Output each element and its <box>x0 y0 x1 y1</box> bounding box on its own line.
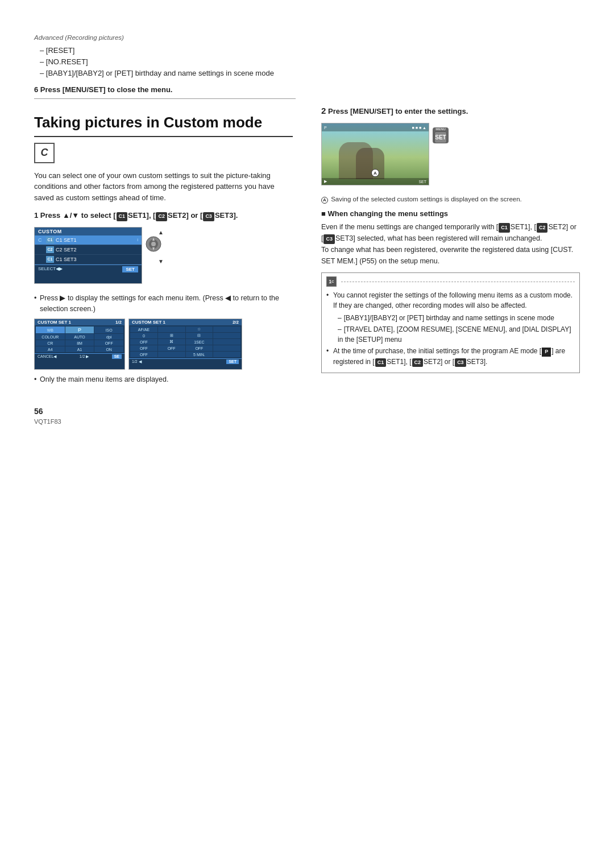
c-icon: C <box>34 143 55 163</box>
bullet-noreset: – [NO.RESET] <box>40 57 296 67</box>
set1-cancel: CANCEL◀ <box>38 354 56 359</box>
set-button: SET <box>434 131 447 143</box>
set2-cell-10: ⌘ <box>158 339 185 345</box>
camera-top-bar: P ■ ■ ■ ▲ <box>322 123 429 131</box>
set2-cell-15: OFF <box>186 345 213 351</box>
annotation-a-circle: A <box>371 169 379 177</box>
custom-menu-row-1: C C1 C1 SET1 i <box>35 235 142 245</box>
c2-badge-step1: C2 <box>156 212 167 221</box>
row-right-1: i <box>137 237 138 242</box>
custom-menu-bottom: SELECT◀▶ SET <box>35 264 142 274</box>
c1-badge-step1: C1 <box>117 212 128 221</box>
set2-cell-1: AF/AE <box>130 326 157 332</box>
note-content: You cannot register the settings of the … <box>326 290 575 367</box>
custom-set-pair: CUSTOM SET 1 1/2 WB P ISO COLOUR AUTO dp… <box>34 319 293 370</box>
left-main: Taking pictures in Custom mode C You can… <box>34 105 293 390</box>
step2-image-wrapper: P ■ ■ ■ ▲ ▶ SET A MENU <box>321 123 429 190</box>
set1-cell-9: OFF <box>94 340 123 346</box>
custom-menu-select: SELECT◀▶ <box>38 266 63 272</box>
svg-point-2 <box>151 242 156 246</box>
row-label-1: C1 SET1 <box>56 237 137 243</box>
right-col-top <box>318 46 580 105</box>
photo-bg: P ■ ■ ■ ▲ ▶ SET A <box>322 123 429 185</box>
step6-text: 6 Press [MENU/SET] to close the menu. <box>34 85 296 99</box>
section-title: Taking pictures in Custom mode <box>34 114 293 137</box>
camera-battery: ■ ■ ■ ▲ <box>412 126 426 130</box>
note-sub-1: [BABY1]/[BABY2] or [PET] birthday and na… <box>326 313 575 323</box>
custom-menu-row-3: C1 C1 SET3 <box>35 255 142 264</box>
set2-title: CUSTOM SET 1 2/2 <box>129 319 242 325</box>
p-badge: P <box>542 348 551 357</box>
set2-cell-14: OFF <box>158 345 185 351</box>
set1-cell-12: ON <box>94 346 123 352</box>
set1-bottom: CANCEL◀ 1/2 ▶ SE <box>35 353 125 359</box>
c3-when: C3 <box>323 234 335 243</box>
set1-set: SE <box>112 354 122 359</box>
set2-cell-4 <box>213 326 240 332</box>
page-number: 56 <box>34 407 580 416</box>
set1-cell-8: 8M <box>65 340 94 346</box>
set2-cell-19: 5 MIN. <box>186 352 213 357</box>
set2-cell-17: OFF <box>130 352 157 357</box>
top-bullet-list: – [RESET] – [NO.RESET] – [BABY1]/[BABY2]… <box>34 46 296 79</box>
note-dashes <box>341 282 575 282</box>
set2-cell-8 <box>213 333 240 338</box>
custom-menu-title: CUSTOM <box>35 228 142 235</box>
set1-title: CUSTOM SET 1 1/2 <box>35 319 125 325</box>
set1-cell-2: P <box>65 326 94 333</box>
c3-badge-step1: C3 <box>203 212 214 221</box>
c2-when: C2 <box>537 223 548 232</box>
set2-cell-12 <box>213 339 240 345</box>
note-header: 1C <box>326 276 575 287</box>
body-text: You can select one of your own custom se… <box>34 170 293 204</box>
custom-menu-wrapper: CUSTOM C C1 C1 SET1 i C2 C2 SET2 <box>34 227 142 288</box>
top-section: – [RESET] – [NO.RESET] – [BABY1]/[BABY2]… <box>34 46 580 105</box>
set2-cell-9: OFF <box>130 339 157 345</box>
set1-grid: WB P ISO COLOUR AUTO dpi CR 8M OFF A4 A1… <box>35 325 125 353</box>
note-box: 1C You cannot register the settings of t… <box>321 272 580 373</box>
set2-cell-20 <box>213 352 240 357</box>
set2-cell-13: OFF <box>130 345 157 351</box>
row-label-2: C2 SET2 <box>56 247 138 253</box>
set2-cell-5: 0 <box>130 333 157 338</box>
row-icon-2: C2 <box>46 246 54 253</box>
when-changing-title: When changing the menu settings <box>321 209 580 218</box>
set2-cell-6: ⊞ <box>158 333 185 338</box>
vqt-code: VQT1F83 <box>34 418 580 425</box>
custom-menu-image: CUSTOM C C1 C1 SET1 i C2 C2 SET2 <box>34 227 142 284</box>
custom-set-2-image: CUSTOM SET 1 2/2 AF/AE ☆ 0 ⊞ ⊟ OFF ⌘ <box>128 319 242 370</box>
annotation-circle-inline: A <box>321 197 328 204</box>
camera-bottom-bar: ▶ SET <box>322 178 429 185</box>
note-sub-2: [TRAVEL DATE], [ZOOM RESUME], [SCENE MEN… <box>326 324 575 345</box>
c1-when: C1 <box>499 223 510 232</box>
set2-grid: AF/AE ☆ 0 ⊞ ⊟ OFF ⌘ 1SEC OFF OFF <box>129 325 242 358</box>
page-container: Advanced (Recording pictures) – [RESET] … <box>0 0 614 868</box>
set1-cell-6: dpi <box>94 334 123 340</box>
arrow-up: ▲ <box>158 229 164 235</box>
set2-cell-16 <box>213 345 240 351</box>
camera-bottom-left: ▶ <box>324 179 327 184</box>
bullet-baby: – [BABY1]/[BABY2] or [PET] birthday and … <box>40 68 296 78</box>
row-letter-1: C <box>38 237 45 243</box>
only-main-items: Only the main menu items are displayed. <box>34 374 293 385</box>
step2-number: 2 <box>321 106 326 115</box>
set1-cell-4: COLOUR <box>36 334 65 340</box>
step2-instruction: 2 Press [MENU/SET] to enter the settings… <box>321 105 580 118</box>
row-icon-3: C1 <box>46 256 54 263</box>
set2-cell-18 <box>158 352 185 357</box>
menu-label: MENU <box>435 127 446 131</box>
press-right-text: Press ▶ to display the settings for each… <box>34 293 293 315</box>
camera-bottom-right: SET <box>418 180 426 184</box>
step1-number: 1 <box>34 211 38 220</box>
set2-cell-7: ⊟ <box>186 333 213 338</box>
row-label-3: C1 SET3 <box>56 257 138 262</box>
set2-cell-3: ☆ <box>186 326 213 332</box>
c2-note: C2 <box>412 358 424 367</box>
annotation-a-text: A Saving of the selected custom settings… <box>321 195 580 204</box>
set2-cell-11: 1SEC <box>186 339 213 345</box>
note-bullet-1: You cannot register the settings of the … <box>326 290 575 311</box>
arrow-updown: ▲ ▼ <box>158 229 164 264</box>
right-main: 2 Press [MENU/SET] to enter the settings… <box>321 105 580 390</box>
set1-cell-11: A1 <box>65 346 94 352</box>
row-icon-1: C1 <box>46 237 54 243</box>
